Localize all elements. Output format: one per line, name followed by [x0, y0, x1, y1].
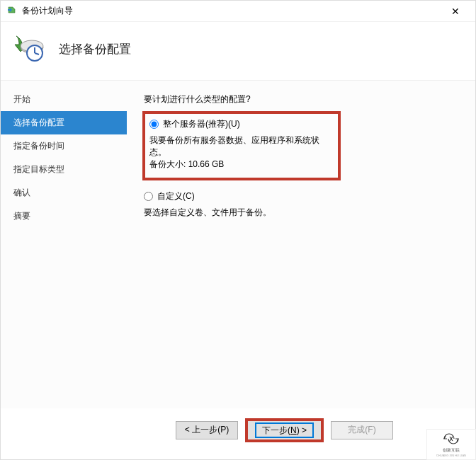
content-area: 要计划进行什么类型的配置? 整个服务器(推荐)(U) 我要备份所有服务器数据、应… — [127, 81, 475, 408]
option-custom-desc: 要选择自定义卷、文件用于备份。 — [144, 207, 458, 219]
watermark-sub: CHUANG XIN HU LIAN — [436, 454, 466, 457]
sidebar-item-schedule[interactable]: 指定备份时间 — [1, 134, 127, 158]
watermark-logo: 创新互联 CHUANG XIN HU LIAN — [426, 429, 476, 460]
sidebar-item-start[interactable]: 开始 — [1, 88, 127, 111]
radio-full-server[interactable] — [149, 120, 159, 129]
titlebar: 备份计划向导 ✕ — [1, 1, 475, 22]
sidebar-item-confirm[interactable]: 确认 — [1, 181, 127, 205]
header: 选择备份配置 — [1, 22, 475, 80]
dialog-window: 备份计划向导 ✕ 选择备份配置 开始 选择备份配置 指定备份时间 指定目标类型 … — [0, 0, 476, 460]
body: 开始 选择备份配置 指定备份时间 指定目标类型 确认 摘要 要计划进行什么类型的… — [1, 80, 475, 408]
backup-size-label: 备份大小: — [149, 159, 188, 169]
backup-wizard-icon — [6, 6, 18, 17]
prompt-text: 要计划进行什么类型的配置? — [144, 93, 458, 105]
watermark-icon — [443, 432, 460, 447]
close-button[interactable]: ✕ — [441, 6, 470, 16]
radio-custom[interactable] — [144, 192, 153, 201]
sidebar-item-summary[interactable]: 摘要 — [1, 205, 127, 228]
sidebar: 开始 选择备份配置 指定备份时间 指定目标类型 确认 摘要 — [1, 81, 127, 408]
finish-button: 完成(F) — [331, 421, 393, 439]
option-full-server[interactable]: 整个服务器(推荐)(U) — [149, 118, 332, 130]
watermark-brand: 创新互联 — [443, 447, 460, 454]
next-button[interactable]: 下一步(N) > — [245, 418, 324, 442]
prev-button[interactable]: < 上一步(P) — [176, 421, 238, 439]
option-custom[interactable]: 自定义(C) — [144, 190, 458, 202]
backup-size-value: 10.66 GB — [188, 159, 225, 169]
sidebar-item-select-config[interactable]: 选择备份配置 — [1, 111, 127, 134]
sidebar-item-target-type[interactable]: 指定目标类型 — [1, 158, 127, 181]
window-title: 备份计划向导 — [22, 5, 441, 17]
option-custom-label: 自定义(C) — [157, 190, 195, 202]
option-full-server-highlight: 整个服务器(推荐)(U) 我要备份所有服务器数据、应用程序和系统状态。 备份大小… — [142, 111, 341, 180]
page-title: 选择备份配置 — [59, 41, 131, 57]
option-full-server-size: 备份大小: 10.66 GB — [149, 159, 332, 171]
backup-schedule-icon — [13, 32, 47, 66]
option-full-server-label: 整个服务器(推荐)(U) — [163, 118, 240, 130]
footer: < 上一步(P) 下一步(N) > 完成(F) — [1, 408, 475, 459]
option-full-server-desc1: 我要备份所有服务器数据、应用程序和系统状态。 — [149, 134, 332, 159]
next-button-inner: 下一步(N) > — [255, 422, 314, 438]
